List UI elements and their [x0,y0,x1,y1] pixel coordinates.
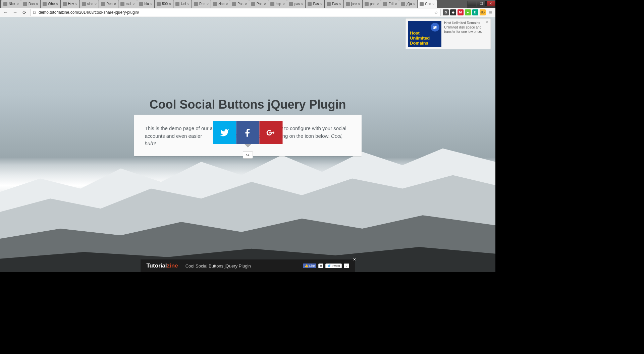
favicon [251,2,255,6]
fb-like-button[interactable]: 👍 Like [303,263,317,268]
window-minimize[interactable]: — [468,1,476,6]
ad-badge: gh [431,23,439,32]
window-controls: — ❐ ✕ [467,0,495,8]
ad-close-icon[interactable]: ✕ [485,20,488,24]
browser-tab[interactable]: Rec× [192,0,211,8]
extension-icon[interactable]: JB [480,9,486,15]
favicon [401,2,405,6]
browser-tab[interactable]: Whe× [41,0,60,8]
window-maximize[interactable]: ❐ [477,1,486,6]
browser-tab[interactable]: Edi× [381,0,399,8]
bottom-bar-close-icon[interactable]: × [353,257,356,262]
tab-close-icon[interactable]: × [95,2,97,6]
tab-label: pas [370,2,375,6]
favicon [289,2,293,6]
tab-close-icon[interactable]: × [75,2,77,6]
browser-tab[interactable]: Uni× [173,0,191,8]
url-input[interactable] [39,10,432,15]
tab-close-icon[interactable]: × [187,2,189,6]
extension-icon[interactable]: ◆ [450,9,456,15]
tab-close-icon[interactable]: × [264,2,266,6]
browser-tab[interactable]: jare× [344,0,362,8]
browser-tab[interactable]: sinc× [80,0,99,8]
browser-tab[interactable]: Eas× [325,0,343,8]
tab-close-icon[interactable]: × [132,2,135,6]
browser-tab[interactable]: Dan× [21,0,40,8]
tab-close-icon[interactable]: × [282,2,284,6]
browser-tab[interactable]: Rea× [99,0,118,8]
favicon [43,2,47,6]
favicon [175,2,179,6]
tab-close-icon[interactable]: × [150,2,152,6]
window-close[interactable]: ✕ [486,1,495,6]
share-googleplus-button[interactable] [259,121,282,144]
tab-close-icon[interactable]: × [432,2,434,6]
tab-close-icon[interactable]: × [320,2,322,6]
browser-tab[interactable]: pas× [287,0,306,8]
browser-tab[interactable]: mai× [118,0,137,8]
tab-close-icon[interactable]: × [245,2,247,6]
bottom-bar-title: Cool Social Buttons jQuery Plugin [185,263,251,269]
twitter-icon [220,128,229,137]
page-icon: 🗋 [33,10,37,15]
favicon [308,2,312,6]
tab-close-icon[interactable]: × [207,2,209,6]
browser-tab[interactable]: Hov× [61,0,79,8]
favicon [63,2,67,6]
tab-close-icon[interactable]: × [339,2,341,6]
ad-box[interactable]: gh Host Unlimited Domains Host Unlimited… [406,18,491,49]
tab-label: Pas [257,2,262,6]
extension-icon[interactable]: ● [465,9,471,15]
tab-close-icon[interactable]: × [226,2,228,6]
tab-close-icon[interactable]: × [413,2,415,6]
browser-tab[interactable]: Nick× [1,0,21,8]
browser-tab[interactable]: Pas× [230,0,249,8]
tab-close-icon[interactable]: × [377,2,379,6]
tab-label: Uni [181,2,186,6]
tab-label: jQu [407,2,412,6]
browser-tab[interactable]: pas× [363,0,381,8]
tab-close-icon[interactable]: × [16,2,18,6]
back-button[interactable]: ← [2,9,9,16]
brand-logo[interactable]: Tutorialzine [147,262,178,269]
tab-close-icon[interactable]: × [358,2,360,6]
ad-text: Host Unlimited Domains Unlimited disk sp… [444,21,488,47]
tab-close-icon[interactable]: × [301,2,303,6]
browser-tab[interactable]: blu× [137,0,155,8]
tab-close-icon[interactable]: × [395,2,397,6]
favicon [120,2,124,6]
favicon [346,2,350,6]
extension-icon[interactable]: D [472,9,478,15]
share-popup [213,121,282,144]
share-twitter-button[interactable] [213,121,236,144]
googleplus-icon [266,128,276,137]
tweet-button[interactable]: Tweet [325,263,342,268]
ad-image: gh Host Unlimited Domains [408,21,441,47]
chrome-menu-icon[interactable]: ≡ [488,9,493,15]
favicon [213,2,217,6]
tab-close-icon[interactable]: × [169,2,171,6]
browser-tab[interactable]: Coc× [418,0,436,8]
favicon [157,2,161,6]
tab-label: Hov [68,2,74,6]
url-bar[interactable]: 🗋 ☆ [30,9,441,16]
tab-label: Pas [313,2,319,6]
browser-tab[interactable]: 500× [155,0,173,8]
tab-close-icon[interactable]: × [114,2,116,6]
tab-label: Rec [199,2,205,6]
browser-tab[interactable]: zinc× [211,0,230,8]
forward-button[interactable]: → [11,9,19,16]
browser-tab[interactable]: http× [268,0,287,8]
share-facebook-button[interactable] [236,121,259,144]
tab-label: pas [294,2,300,6]
browser-tab[interactable]: Pas× [306,0,324,8]
browser-tab[interactable]: jQu× [399,0,417,8]
reload-button[interactable]: ⟳ [21,9,28,16]
bookmark-star-icon[interactable]: ☆ [434,10,438,15]
tab-close-icon[interactable]: × [56,2,58,6]
share-trigger-button[interactable]: ↪ [243,151,253,159]
extension-icon[interactable]: M [458,9,464,15]
tab-close-icon[interactable]: × [36,2,38,6]
extension-icon[interactable]: ✿ [443,9,449,15]
browser-tab[interactable]: Pas× [249,0,268,8]
